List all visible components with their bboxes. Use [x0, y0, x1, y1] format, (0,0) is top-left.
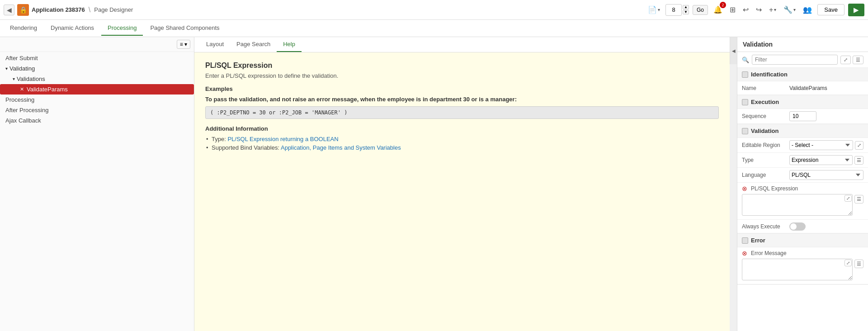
section-error-header[interactable]: Error	[737, 234, 868, 247]
right-filter-bar: 🔍 ⤢ ☰	[737, 52, 868, 68]
processing-label: Processing	[5, 96, 34, 103]
prop-type-wrap: Expression ☰	[789, 155, 863, 165]
validateparams-label: ValidateParams	[27, 86, 68, 93]
plsql-textarea-wrap: ⤢	[742, 194, 853, 217]
tree-item-processing[interactable]: Processing	[0, 95, 194, 105]
after-processing-label: After Processing	[5, 107, 48, 113]
redo-button[interactable]: ↪	[754, 4, 764, 16]
bind-vars-link[interactable]: Application, Page Items and System Varia…	[281, 144, 401, 151]
right-content: Identification Name ValidateParams Execu…	[737, 68, 868, 331]
error-message-expand-btn[interactable]: ⤢	[844, 260, 852, 266]
prop-row-editable-region: Editable Region - Select - ⤢	[737, 138, 868, 153]
filter-search-icon: 🔍	[742, 57, 749, 63]
utilities-button[interactable]: 🔧 ▾	[782, 4, 797, 16]
topbar-right: 📄 ▾ ▲ ▼ Go 🔔 2 ⊞ ↩ ↪ + ▾ 🔧	[646, 4, 864, 16]
prop-label-language: Language	[742, 172, 789, 178]
tree-item-ajax-callback[interactable]: Ajax Callback	[0, 115, 194, 126]
tree-item-validateparams[interactable]: ✕ ValidateParams	[0, 84, 194, 95]
center-tab-page-search[interactable]: Page Search	[230, 37, 277, 52]
section-identification-header[interactable]: Identification	[737, 68, 868, 81]
additional-info-label: Additional Information	[205, 125, 719, 132]
prop-row-plsql-expression: ⊗ PL/SQL Expression ⤢ ☰	[737, 183, 868, 220]
save-button[interactable]: Save	[817, 4, 844, 15]
filter-input[interactable]	[752, 55, 838, 65]
go-button[interactable]: Go	[693, 5, 708, 15]
type-list-btn[interactable]: ☰	[854, 156, 863, 165]
page-num-up[interactable]: ▲	[683, 5, 689, 9]
prop-row-sequence: Sequence	[737, 109, 868, 124]
team-button[interactable]: 👥	[801, 4, 814, 16]
plsql-list-btn[interactable]: ☰	[854, 195, 863, 203]
section-error: Error ⊗ Error Message ⤢ ☰	[737, 234, 868, 285]
validations-label: Validations	[17, 76, 45, 82]
back-button[interactable]: ◀	[4, 5, 14, 15]
plsql-expand-btn[interactable]: ⤢	[844, 195, 852, 202]
page-number-control: ▲ ▼	[665, 4, 689, 16]
app-icon: 🔒	[17, 4, 29, 16]
run-button[interactable]: ▶	[848, 4, 864, 16]
prop-input-sequence[interactable]	[789, 111, 816, 121]
plsql-link[interactable]: PL/SQL Expression returning a BOOLEAN	[227, 136, 338, 142]
filter-expand-btn[interactable]: ⤢	[840, 56, 851, 64]
prop-label-plsql-expression: ⊗ PL/SQL Expression	[742, 185, 863, 192]
page-file-button[interactable]: 📄 ▾	[646, 4, 662, 16]
collapse-icon-validating: ▾	[5, 66, 8, 71]
section-identification-title: Identification	[751, 71, 788, 78]
tree-item-validations[interactable]: ▾ Validations	[0, 74, 194, 84]
page-num-down[interactable]: ▼	[683, 10, 689, 14]
prop-row-error-message: ⊗ Error Message ⤢ ☰	[737, 247, 868, 284]
topbar-left: ◀ 🔒 Application 238376 \ Page Designer	[4, 4, 133, 16]
undo-icon: ↩	[743, 5, 749, 14]
section-validation-title: Validation	[751, 128, 778, 134]
tab-processing[interactable]: Processing	[101, 21, 143, 36]
section-execution-header[interactable]: Execution	[737, 95, 868, 109]
left-panel: ≡ ▾ After Submit ▾ Validating ▾ Validati…	[0, 37, 194, 331]
shared-components-button[interactable]: ⊞	[728, 4, 737, 16]
app-title: Application 238376	[32, 6, 85, 13]
toggle-slider	[789, 222, 806, 231]
prop-label-type: Type	[742, 157, 789, 163]
prop-label-always-execute: Always Execute	[742, 223, 789, 230]
section-validation-header[interactable]: Validation	[737, 124, 868, 138]
tab-rendering[interactable]: Rendering	[4, 21, 43, 36]
error-message-icon: ⊗	[742, 250, 747, 257]
editable-region-expand-btn[interactable]: ⤢	[855, 141, 863, 150]
error-message-list-btn[interactable]: ☰	[854, 260, 863, 268]
prop-textarea-error-message[interactable]	[742, 259, 853, 280]
validating-label: Validating	[9, 65, 35, 72]
prop-label-editable-region: Editable Region	[742, 142, 789, 148]
center-tab-help[interactable]: Help	[277, 37, 302, 52]
tree-item-validating[interactable]: ▾ Validating	[0, 63, 194, 74]
section-execution: Execution Sequence	[737, 95, 868, 124]
center-tab-layout[interactable]: Layout	[200, 37, 230, 52]
help-examples-label: Examples	[205, 85, 719, 92]
tree-item-after-processing[interactable]: After Processing	[0, 105, 194, 115]
tab-page-shared-components[interactable]: Page Shared Components	[144, 21, 226, 36]
redo-icon: ↪	[756, 5, 762, 14]
ajax-callback-label: Ajax Callback	[5, 117, 41, 124]
collapse-panel-button[interactable]: ◀	[730, 37, 737, 64]
error-message-textarea-wrap: ⤢	[742, 259, 853, 282]
section-identification: Identification Name ValidateParams	[737, 68, 868, 95]
tree-item-after-submit[interactable]: After Submit	[0, 53, 194, 63]
prop-language-wrap: PL/SQL	[789, 170, 863, 180]
always-execute-toggle[interactable]	[789, 222, 806, 231]
add-button[interactable]: + ▾	[767, 4, 778, 16]
filter-list-btn[interactable]: ☰	[853, 56, 863, 64]
prop-select-language[interactable]: PL/SQL	[789, 170, 863, 180]
right-panel-title: Validation	[737, 37, 868, 52]
error-message-label: Error Message	[751, 250, 787, 256]
code-example: ( :P2_DEPTNO = 30 or :P2_JOB = 'MANAGER'…	[205, 106, 719, 119]
section-validation-icon	[742, 128, 748, 134]
prop-select-editable-region[interactable]: - Select -	[789, 140, 853, 150]
undo-button[interactable]: ↩	[741, 4, 750, 16]
prop-row-name: Name ValidateParams	[737, 81, 868, 95]
tab-dynamic-actions[interactable]: Dynamic Actions	[44, 21, 100, 36]
notifications-button[interactable]: 🔔 2	[712, 4, 724, 16]
prop-select-type[interactable]: Expression	[789, 155, 853, 165]
prop-textarea-plsql[interactable]	[742, 194, 853, 216]
page-number-input[interactable]	[665, 4, 682, 16]
wrench-icon: 🔧	[783, 5, 793, 14]
panel-menu-button[interactable]: ≡ ▾	[177, 40, 190, 49]
grid-icon: ⊞	[730, 5, 736, 14]
